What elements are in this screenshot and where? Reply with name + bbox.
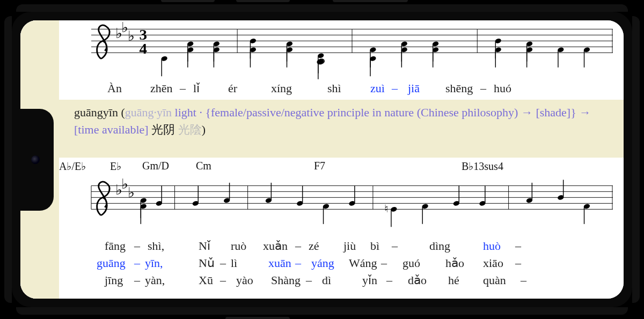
- lyric-syllable: –: [220, 256, 226, 270]
- lyric-syllable: yǐn: [362, 273, 377, 287]
- lyric-syllable: Nǐ: [199, 239, 210, 253]
- chord-symbol: Cm: [196, 160, 211, 172]
- lyric-syllable: hǎo: [445, 256, 464, 270]
- lyric-syllable: shì: [327, 81, 341, 95]
- lyric-syllable: Xū: [199, 273, 213, 287]
- lyric-syllable: yīn,: [145, 256, 163, 270]
- phone-button: [236, 0, 290, 2]
- lyric-syllable: dìng: [429, 239, 450, 253]
- phone-button: [161, 0, 215, 2]
- definition-hanzi-simp: 光阴: [151, 123, 178, 136]
- lyric-syllable: fāng: [105, 239, 126, 253]
- lyric-syllable: ér: [228, 81, 237, 95]
- lyric-syllable: –: [134, 239, 140, 253]
- svg-text:♭: ♭: [121, 176, 128, 192]
- lyric-syllable: guāng: [97, 256, 126, 270]
- lyric-syllable: dì: [322, 273, 331, 287]
- lyric-syllable: –: [220, 273, 226, 287]
- lyric-syllable: –: [306, 273, 312, 287]
- svg-text:4: 4: [139, 41, 147, 57]
- lyric-syllable: –: [295, 256, 301, 270]
- lyric-syllable: Shàng: [271, 273, 301, 287]
- lyric-syllable: xuān: [268, 256, 291, 270]
- lyric-syllable: –: [392, 239, 398, 253]
- svg-text:♭: ♭: [128, 28, 134, 44]
- lyric-syllable: –: [386, 273, 392, 287]
- music-staff-1: ♭♭♭ 34: [91, 20, 613, 78]
- app-content: ♭♭♭ 34 Ànzhēn–lǐérxíngshìzuì–jiāshēng–hu…: [20, 20, 624, 299]
- front-camera: [31, 155, 40, 164]
- lyric-syllable: –: [515, 256, 521, 270]
- lyrics-row-1: Ànzhēn–lǐérxíngshìzuì–jiāshēng–huó: [59, 81, 624, 99]
- lyric-syllable: huó: [494, 81, 511, 95]
- lyric-syllable: hé: [448, 273, 459, 287]
- definition-panel: guāngyīn (guāng·yīn light · {female/pass…: [59, 100, 624, 158]
- svg-text:♭: ♭: [115, 182, 122, 198]
- lyric-syllable: zhēn: [150, 81, 173, 95]
- lyric-syllable: –: [381, 256, 387, 270]
- chord-row: A♭/E♭E♭Gm/DCmF7B♭13sus4: [59, 160, 624, 176]
- lyric-syllable: –: [392, 81, 398, 95]
- lyric-syllable: –: [180, 81, 186, 95]
- chord-symbol: A♭/E♭: [59, 160, 86, 173]
- lyric-syllable: Wáng: [349, 256, 377, 270]
- lyric-syllable: yàn,: [145, 273, 165, 287]
- music-staff-2: ♭♭♭ ♮: [91, 176, 613, 235]
- definition-headword: guāngyīn: [74, 106, 118, 119]
- svg-text:♮: ♮: [384, 202, 389, 214]
- lyrics-block-2: fāng–shì,Nǐruòxuǎn–zéjiùbì–dìnghuò– guān…: [59, 239, 624, 291]
- lyric-syllable: Nǔ: [199, 256, 215, 270]
- lyric-syllable: –: [134, 273, 140, 287]
- lyric-syllable: Àn: [107, 81, 122, 95]
- lyric-syllable: lì: [231, 256, 237, 270]
- chord-symbol: Gm/D: [142, 160, 169, 172]
- svg-text:♭: ♭: [115, 26, 122, 41]
- lyric-syllable: yáng: [311, 256, 334, 270]
- lyric-syllable: –: [521, 273, 526, 287]
- svg-text:♭: ♭: [128, 185, 134, 201]
- svg-text:♭: ♭: [121, 20, 128, 35]
- lyric-syllable: xiāo: [483, 256, 503, 270]
- lyric-syllable: jiā: [408, 81, 420, 95]
- chord-symbol: E♭: [110, 160, 121, 173]
- definition-hanzi-trad: 光陰: [178, 123, 202, 136]
- lyric-syllable: xuǎn: [263, 239, 288, 253]
- phone-button: [225, 317, 290, 319]
- lyric-syllable: –: [480, 81, 486, 95]
- chord-symbol: B♭13sus4: [462, 160, 503, 173]
- lyric-syllable: huò: [483, 239, 501, 253]
- lyric-syllable: jīng: [105, 273, 123, 287]
- lyric-syllable: dǎo: [408, 273, 427, 287]
- lyric-syllable: shì,: [148, 239, 164, 253]
- phone-screen: ♭♭♭ 34 Ànzhēn–lǐérxíngshìzuì–jiāshēng–hu…: [20, 20, 624, 299]
- phone-mockup: ♭♭♭ 34 Ànzhēn–lǐérxíngshìzuì–jiāshēng–hu…: [0, 0, 644, 319]
- definition-breakdown: guāng·yīn: [125, 106, 175, 119]
- chord-symbol: F7: [314, 160, 325, 172]
- lyric-syllable: zé: [309, 239, 319, 253]
- lyric-syllable: jiù: [343, 239, 356, 253]
- lyric-syllable: –: [134, 256, 140, 270]
- lyric-syllable: shēng: [445, 81, 473, 95]
- lyric-syllable: ruò: [231, 239, 246, 253]
- lyric-syllable: –: [295, 239, 301, 253]
- lyric-syllable: zuì: [370, 81, 385, 95]
- lyric-syllable: bì: [370, 239, 379, 253]
- lyric-syllable: xíng: [271, 81, 292, 95]
- lyric-syllable: quàn: [483, 273, 506, 287]
- phone-button: [333, 0, 408, 2]
- lyric-syllable: guó: [402, 256, 420, 270]
- lyric-syllable: yào: [236, 273, 253, 287]
- lyric-syllable: lǐ: [193, 81, 200, 95]
- lyric-syllable: –: [515, 239, 521, 253]
